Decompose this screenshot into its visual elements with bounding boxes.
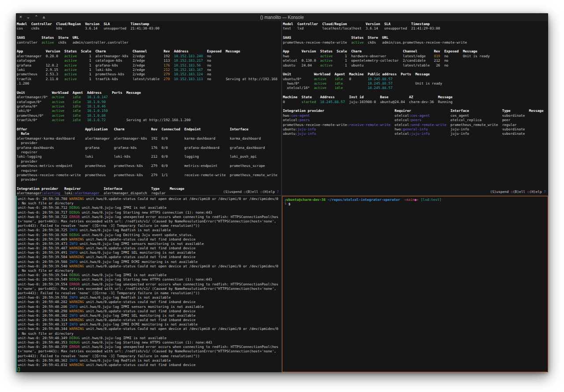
terminal-line: unit-hwo-0: 20:59:39.487 WARNING unit.hw… — [18, 246, 281, 251]
terminal-line: unit-hwo-0: 20:59:38.926 DEBUG unit.hwo/… — [18, 233, 281, 237]
terminal-line: prometheus-receive-remote-write active c… — [283, 41, 548, 45]
terminal-line: prometheus-metrics-endpoint prometheus p… — [17, 164, 281, 168]
close-icon[interactable]: × — [19, 13, 22, 21]
terminal-line: ┌ubuntu@charm-dev-36 ~/repos/otelcol-int… — [284, 198, 548, 202]
terminal-line — [283, 91, 548, 95]
terminal-line — [283, 31, 548, 36]
terminal-line: └ $ — [284, 202, 548, 207]
terminal-line: ubuntu:juju-info otelcol:juju-info juju-… — [283, 132, 548, 136]
terminal-line: prometheus 2.53.3 active 1 prometheus-k8… — [17, 72, 281, 77]
terminal-line: unit-hwo-0: 20:59:40.362 INFO unit.hwo/0… — [18, 359, 281, 363]
terminal-line: unit-hwo-0: 20:59:39.508 INFO unit.hwo/0… — [18, 260, 281, 264]
terminal-line: port=443): Failed to resolve 'none' ([Er… — [18, 354, 281, 359]
terminal-line: alertmanager 0.28.0 active 1 alertmanage… — [17, 54, 281, 59]
terminal-line: controller active ck8s admin/controller.… — [17, 41, 281, 45]
terminal-line: SAAS Status Store URL — [283, 36, 548, 40]
terminal-line: Machine State Address Inst id Base AZ Me… — [283, 95, 548, 100]
terminal-line: unit-hwo-0: 20:59:38.708 WARNING unit.hw… — [18, 197, 281, 201]
terminal-line: unit-hwo-0: 20:59:39.554 ERROR unit.hwo/… — [18, 282, 281, 287]
terminal-line: provider — [17, 178, 281, 182]
terminal-line: traefik/0* active idle 10.1.0.72 Serving… — [17, 118, 281, 122]
terminal-line: Unit Workload Agent Machine Public addre… — [283, 72, 548, 77]
terminal-line: traefik 2.11.0 active 1 traefik-k8s late… — [17, 77, 281, 81]
shell-prompt: ┌ubuntu@charm-dev-36 ~/repos/otelcol-int… — [284, 198, 548, 207]
terminal-line: unit-hwo-0: 20:59:39.473 INFO unit.hwo/0… — [18, 242, 281, 246]
terminal-line: unit-hwo-0: 20:59:39.549 DEBUG unit.hwo/… — [18, 277, 281, 282]
terminal-line: unit-hwo-0: 20:59:39.540 WARNING unit.hw… — [18, 264, 281, 269]
terminal-line: prometheus-receive-remote-write promethe… — [17, 173, 281, 178]
terminal-line: grafana/0* active idle 10.1.0.46 — [17, 104, 281, 109]
terminal-cursor — [18, 367, 20, 371]
terminal-line: Model Controller Cloud/Region Version SL… — [283, 22, 548, 26]
pane-shell-prompt[interactable]: ┌ubuntu@charm-dev-36 ~/repos/otelcol-int… — [282, 196, 548, 372]
keep-above-icon[interactable]: ⩓ — [43, 13, 45, 21]
terminal-line: otelcol 0.130.0 active 1 opentelemetry-c… — [283, 59, 548, 63]
terminal-line: .1.200 — [17, 81, 281, 86]
terminal-line: ubuntu 24.04 active 1 ubuntu latest/stab… — [283, 63, 548, 68]
terminal-line: unit-hwo-0: 20:59:39.469 WARNING unit.hw… — [18, 237, 281, 242]
terminal-line: unit-hwo-0: 20:59:40.298 WARNING unit.hw… — [18, 309, 281, 314]
terminal-line: hwo active 1 hardware-observer latest/ed… — [283, 54, 548, 59]
terminal-line: ubuntu/0* active idle 0 10.245.88.57 — [283, 77, 548, 81]
juju-status-cos-output: Model Controller Cloud/Region Version SL… — [17, 22, 281, 195]
terminal-line: alertmanager-karma-dashboard alertmanage… — [17, 137, 281, 141]
terminal-line — [17, 182, 281, 187]
terminal-line: hwo/0* active idle 10.245.88.57 Unit is … — [283, 81, 548, 86]
terminal-line — [17, 45, 281, 49]
window-controls: × ⌄ ⌃ ⩓ — [16, 13, 45, 21]
pane-juju-status-cos[interactable]: Model Controller Cloud/Region Version SL… — [16, 21, 281, 195]
terminal-line — [18, 367, 281, 372]
terminal-line: t='none', port=443): Max retries exceede… — [18, 287, 281, 291]
terminal-line: loki/0* active idle 10.1.0.150 — [17, 109, 281, 113]
terminal-line: 0 started 10.245.88.57 juju-103908-0 ubu… — [283, 100, 548, 104]
titlebar[interactable]: × ⌄ ⌃ ⩓ () manolito — Konsole — [16, 13, 548, 21]
terminal-line: : No such file or directory — [18, 332, 281, 336]
terminal-line: unit-hwo-0: 20:59:40.282 WARNING unit.hw… — [18, 300, 281, 304]
terminal-line: prometheus-receive-remote-write:receive-… — [283, 123, 548, 127]
terminal-line: unit-hwo-0: 20:59:39.544 DEBUG unit.hwo/… — [18, 273, 281, 277]
terminal-line: unit-hwo-0: 20:59:38.712 DEBUG unit.hwo/… — [18, 206, 281, 210]
terminal-line: provider — [17, 159, 281, 164]
terminal-line: unit-hwo-0: 20:59:40.314 WARNING unit.hw… — [18, 318, 281, 322]
terminal-line: unit-hwo-0: 20:59:39.558 INFO unit.hwo/0… — [18, 296, 281, 300]
terminal-line: unit-hwo-0: 20:59:40.302 INFO unit.hwo/0… — [18, 314, 281, 318]
terminal-line: unit-hwo-0: 20:59:39.491 INFO unit.hwo/0… — [18, 251, 281, 255]
terminal-line: unit-hwo-0: 20:59:39.504 WARNING unit.hw… — [18, 255, 281, 259]
pane-juju-status-test[interactable]: Model Controller Cloud/Region Version SL… — [282, 21, 548, 195]
terminal-line: unit-hwo-0: 20:59:40.317 INFO unit.hwo/0… — [18, 322, 281, 327]
terminal-line: unit-hwo-0: 20:59:38.717 DEBUG unit.hwo/… — [18, 211, 281, 215]
watch-keybinds-statusbar: (S)uspend ○(B)ell ○(H)elp ? — [490, 190, 546, 194]
minimize-icon[interactable]: ⌄ — [26, 13, 30, 21]
terminal-line: otelcol/16* active idle 10.245.88.57 — [283, 86, 548, 90]
terminal-line — [283, 68, 548, 72]
terminal-line — [17, 31, 281, 36]
terminal-line: : No such file or directory — [18, 201, 281, 206]
pane-juju-debug-log[interactable]: unit-hwo-0: 20:59:38.708 WARNING unit.hw… — [16, 196, 281, 372]
maximize-icon[interactable]: ⌃ — [34, 13, 38, 21]
terminal-line: unit-hwo-0: 20:59:40.344 WARNING unit.hw… — [18, 327, 281, 331]
terminal-line: Model Controller Cloud/Region Version SL… — [17, 22, 281, 26]
terminal-line — [283, 45, 548, 49]
konsole-window: × ⌄ ⌃ ⩓ () manolito — Konsole Model Cont… — [16, 13, 548, 372]
terminal-line: (S)uspend ○(B)ell ○(H)elp ? — [490, 190, 546, 194]
terminal-line: otelcol:peers otelcol:peers otelcol_repl… — [283, 118, 548, 122]
terminal-line: (S)uspend ○(B)ell ○(H)elp ? — [223, 190, 279, 194]
terminal-line: unit-hwo-0: 20:59:38.722 ERROR unit.hwo/… — [18, 215, 281, 219]
terminal-line — [17, 86, 281, 90]
terminal-line: test lxd localhost/localhost 3.6.14 unsu… — [283, 26, 548, 31]
terminal-line: provider — [17, 141, 281, 145]
terminal-line: Role — [17, 132, 281, 136]
terminal-line: unit-hwo-0: 20:59:41.032 WARNING unit.hw… — [18, 363, 281, 367]
terminal-line: catalogue/0* active idle 10.1.0.90 — [17, 100, 281, 104]
terminal-line: Integration provider Requirer Interface … — [283, 109, 548, 113]
terminal-line: port=443): Failed to resolve 'none' ([Er… — [18, 291, 281, 296]
terminal-line: requirer — [17, 169, 281, 173]
terminal-line: loki 2.9.15 active 1 loki-k8s 2/edge 212… — [17, 68, 281, 72]
terminal-line: catalogue active 1 catalogue-k8s 2/edge … — [17, 59, 281, 63]
terminal-line: unit-hwo-0: 20:59:40.359 ERROR unit.hwo/… — [18, 345, 281, 349]
terminal-line: unit-hwo-0: 20:59:40.286 INFO unit.hwo/0… — [18, 305, 281, 309]
terminal-line — [17, 123, 281, 127]
terminal-line: cos ck8s k8s 3.6.14 unsupported 21:41:30… — [17, 26, 281, 31]
terminal-line: port=443): Failed to resolve 'none' ([Er… — [18, 224, 281, 228]
terminal-line: Offer Application Charm Rev Connected En… — [17, 127, 281, 132]
